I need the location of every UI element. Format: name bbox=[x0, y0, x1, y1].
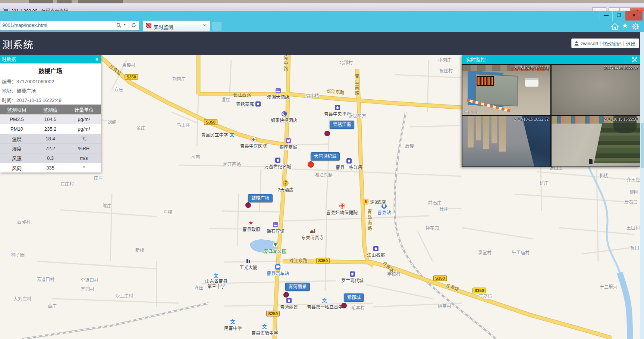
station-marker-dot[interactable] bbox=[324, 131, 330, 136]
map-poi: 曹县中医医院 bbox=[240, 137, 267, 149]
map-label-village: 左庄村 bbox=[60, 180, 74, 187]
school-icon bbox=[214, 273, 219, 279]
residence-icon bbox=[286, 298, 292, 303]
hotel-icon bbox=[276, 88, 281, 93]
new-tab-button[interactable] bbox=[211, 22, 222, 31]
map-label-village: 小刘庄 bbox=[438, 56, 452, 63]
close-icon[interactable]: × bbox=[95, 55, 98, 63]
map-poi: 曹县站 bbox=[377, 203, 391, 215]
map-label-village: 姚寨村 bbox=[438, 303, 451, 309]
route-shield: S350 bbox=[433, 276, 447, 281]
map-label-village: 西郭村 bbox=[17, 218, 31, 225]
map-label-village: 苗庄 bbox=[48, 302, 57, 309]
map-label-village: 李堂村 bbox=[478, 249, 491, 255]
map-poi: 如家快捷酒店 bbox=[271, 111, 298, 123]
road-label: 菏中路 bbox=[282, 55, 289, 72]
favorites-star-icon[interactable]: ★ bbox=[621, 22, 629, 30]
expand-icon[interactable] bbox=[632, 57, 638, 63]
camera-scene bbox=[525, 78, 538, 87]
map-poi: 东关清真寺 bbox=[301, 228, 324, 240]
map-poi: 民喜中学 bbox=[224, 319, 242, 331]
camera-feed-4[interactable]: 2017 10 15 16:22:31 bbox=[552, 116, 640, 167]
browser-tab[interactable] bbox=[143, 21, 210, 31]
table-row: PM2.5104.5μg/m³ bbox=[0, 115, 101, 124]
station-badge[interactable]: 大唐世纪城 bbox=[311, 152, 340, 161]
divider: | bbox=[600, 41, 601, 46]
camera-feed-3[interactable]: 2017-10-15 16:22:32 bbox=[462, 116, 550, 167]
map-poi: 山东省曹县第三中学 bbox=[205, 273, 228, 289]
station-field: 编号：37170001060002 bbox=[0, 77, 101, 86]
map-label-village: 许庄 bbox=[194, 284, 203, 290]
station-badge[interactable]: 鼓楼广场 bbox=[248, 194, 273, 202]
search-icon[interactable] bbox=[116, 23, 122, 28]
address-bar-url[interactable]: 9001/map/index.html bbox=[2, 22, 47, 28]
camera-scene bbox=[589, 159, 593, 164]
residence-icon bbox=[255, 101, 261, 106]
station-marker-dot[interactable] bbox=[245, 202, 251, 208]
camera-scene bbox=[483, 116, 489, 149]
map-label-village: 毛寨村 bbox=[351, 304, 365, 311]
park-tree-icon bbox=[272, 242, 278, 248]
map-poi: 曹县民立中学 bbox=[201, 131, 235, 138]
live-monitor-panel: 实时监控 2017-10-15 16:22:31 HD_IPC 2017-10-… bbox=[462, 55, 641, 167]
search-dropdown-caret-icon[interactable]: ▾ bbox=[124, 22, 126, 27]
map-label-village: 谭庄 bbox=[221, 96, 230, 103]
station-badge[interactable]: 紫郡城 bbox=[344, 293, 364, 302]
map-poi: 速8酒店 bbox=[363, 199, 386, 205]
super8-hotel-icon bbox=[363, 199, 368, 205]
change-password-link[interactable]: 修改密码 bbox=[602, 40, 622, 47]
school-icon bbox=[230, 319, 236, 324]
divider: | bbox=[623, 41, 624, 46]
map-label-village: 前石庄 bbox=[428, 199, 442, 206]
map-label-village: 班庄 bbox=[540, 180, 549, 186]
map-label-village: 司庙 bbox=[191, 153, 200, 160]
table-row: PM10235.2μg/m³ bbox=[0, 124, 101, 134]
road-label: 珠江东路 bbox=[289, 257, 307, 264]
map-label-village: 方庄 bbox=[114, 86, 123, 92]
background-window-fragment bbox=[78, 0, 123, 3]
camera-scene bbox=[468, 116, 474, 147]
station-marker-dot-active[interactable] bbox=[308, 161, 314, 168]
logout-link[interactable]: 退出 bbox=[626, 40, 635, 47]
map-poi: 曹县汽车站 bbox=[267, 264, 289, 276]
map-label-village: 孙花园 bbox=[425, 225, 439, 231]
map-label-village: 全道口村 bbox=[81, 277, 98, 283]
camera-feed-2[interactable]: 2017-10-15 16:22:32 bbox=[552, 65, 640, 115]
browser-close-button[interactable]: × bbox=[625, 11, 643, 21]
browser-maximize-button[interactable]: ❐ bbox=[612, 11, 625, 21]
map-poi: 江山名郡 bbox=[367, 246, 385, 258]
home-icon[interactable] bbox=[611, 22, 619, 31]
school-icon bbox=[262, 324, 267, 329]
road-label: 青岛南路 bbox=[354, 74, 360, 96]
scrollbar-thumb[interactable] bbox=[641, 123, 644, 168]
user-icon bbox=[574, 41, 579, 46]
monitoring-table: 监测项目 监测值 计量单位 PM2.5104.5μg/m³ PM10235.2μ… bbox=[0, 105, 101, 172]
map-label-village: 户楼 bbox=[163, 209, 172, 215]
camera-scene bbox=[477, 76, 494, 86]
remote-desktop-screen: 221.1.202.90 - 远程桌面连接 ⇔ – □ × — ❐ × 9001… bbox=[0, 0, 644, 339]
map-poi: 曹县政府 bbox=[242, 220, 260, 232]
station-badge[interactable]: 青菏丽景 bbox=[285, 283, 310, 291]
map-label-village: 北邵村 bbox=[339, 59, 353, 65]
station-marker-dot[interactable] bbox=[341, 303, 347, 308]
route-shield: S350 bbox=[125, 74, 138, 80]
column-header: 计量单位 bbox=[67, 105, 101, 115]
station-marker-dot[interactable] bbox=[283, 292, 289, 298]
school-icon bbox=[322, 298, 327, 303]
settings-gear-icon[interactable] bbox=[632, 22, 640, 31]
station-badge[interactable]: 锦绣江南 bbox=[330, 121, 354, 129]
tab-close-icon[interactable]: × bbox=[201, 22, 207, 28]
camera-feed-1[interactable]: 2017-10-15 16:22:31 HD_IPC bbox=[462, 65, 550, 115]
inn-icon bbox=[282, 111, 287, 116]
map-label-village: 王口村 bbox=[626, 224, 640, 231]
refresh-icon[interactable] bbox=[131, 22, 136, 28]
map-label-village: 苏道口村 bbox=[37, 276, 54, 282]
tab-title[interactable]: 实时监测 bbox=[154, 23, 173, 30]
rdp-title-bar[interactable]: 221.1.202.90 - 远程桌面连接 ⇔ – □ × bbox=[0, 3, 644, 11]
road-label: 湘江西路 bbox=[223, 161, 241, 167]
table-header-row: 监测项目 监测值 计量单位 bbox=[0, 105, 101, 115]
map-poi: 7天酒店 bbox=[278, 180, 294, 193]
browser-scrollbar[interactable] bbox=[640, 32, 644, 339]
browser-minimize-button[interactable]: — bbox=[600, 11, 612, 21]
map-poi: 锦绣豪庭 bbox=[236, 101, 261, 107]
